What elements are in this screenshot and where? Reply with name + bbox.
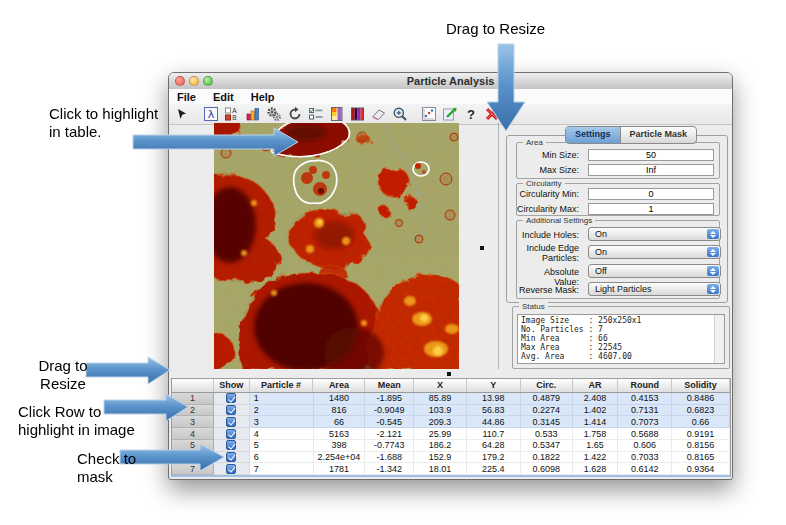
dropdown-include-holes[interactable]: On (588, 227, 721, 241)
cell-particle-#: 5 (250, 440, 314, 452)
menu-file[interactable]: File (177, 91, 196, 103)
export-icon[interactable] (441, 105, 459, 123)
column-header-mean[interactable]: Mean (365, 379, 414, 392)
status-group: Status Image Size : 250x250x1 No. Partic… (512, 306, 730, 369)
circularity-group-label: Circularity (523, 179, 565, 188)
cell-particle-#: 4 (250, 428, 314, 440)
colormap-icon[interactable] (349, 105, 367, 123)
table-row-7[interactable]: 771781-1.34218.01225.40.60981.6280.61420… (172, 463, 730, 475)
cell-area: 5163 (314, 428, 366, 440)
circularity-max-input[interactable]: 1 (588, 203, 714, 215)
table-row-5[interactable]: 55398-0.7743186.264.280.53471.650.6060.8… (172, 440, 730, 452)
cell-circ-: 0.3145 (521, 416, 573, 428)
area-group-label: Area (523, 138, 546, 147)
dropdown-absolute-value[interactable]: Off (588, 264, 721, 278)
title-bar[interactable]: Particle Analysis (169, 73, 732, 90)
dropdown-stepper-icon[interactable] (707, 229, 719, 239)
colorbar-icon[interactable] (328, 105, 346, 123)
circularity-max-label: Circularity Max: (513, 204, 579, 214)
cell-circ-: 0.2274 (521, 405, 573, 417)
tab-settings[interactable]: Settings (566, 127, 620, 143)
cell-ar: 2.408 (573, 393, 619, 405)
column-header-show[interactable]: Show (214, 379, 250, 392)
column-header-round[interactable]: Round (618, 379, 672, 392)
cell-circ-: 0.6098 (521, 463, 573, 475)
show-checkbox[interactable] (226, 440, 236, 450)
dropdown-include-edge-particles[interactable]: On (588, 245, 721, 259)
min-size-input[interactable]: 50 (588, 149, 714, 161)
cell-round: 0.6142 (618, 463, 672, 475)
table-row-6[interactable]: 662.254e+04-1.688152.9179.20.18221.4220.… (172, 452, 730, 464)
dropdown-stepper-icon[interactable] (707, 247, 719, 257)
cursor-arrow-icon[interactable] (173, 105, 191, 123)
refresh-icon[interactable] (286, 105, 304, 123)
cell-y: 110.7 (467, 428, 521, 440)
delete-icon[interactable] (483, 105, 501, 123)
cell-ar: 1.758 (573, 428, 619, 440)
status-scrollbar[interactable] (714, 315, 724, 363)
cell-x: 209.3 (414, 416, 467, 428)
table-row-2[interactable]: 22816-0.9049103.956.830.22741.4020.71310… (172, 405, 730, 417)
row-number: 4 (172, 428, 214, 440)
cell-ar: 1.65 (573, 440, 619, 452)
histogram-icon[interactable] (244, 105, 262, 123)
cell-solidity: 0.6823 (672, 405, 730, 417)
checklist-icon[interactable] (307, 105, 325, 123)
show-checkbox[interactable] (226, 393, 236, 403)
max-size-input[interactable]: Inf (588, 164, 714, 176)
dropdown-reverse-mask[interactable]: Light Particles (588, 282, 721, 296)
circularity-min-input[interactable]: 0 (588, 188, 714, 200)
cell-round: 0.7131 (618, 405, 672, 417)
lambda-icon[interactable]: λ (202, 105, 220, 123)
table-row-1[interactable]: 111480-1.89585.8913.980.48792.4080.41530… (172, 393, 730, 405)
plot-icon[interactable] (420, 105, 438, 123)
splitter-handle-dot[interactable] (480, 246, 484, 250)
column-header-x[interactable]: X (414, 379, 467, 392)
menu-help[interactable]: Help (251, 91, 275, 103)
additional-settings-label: Additional Settings (523, 216, 595, 225)
table-row-3[interactable]: 3366-0.545209.344.860.31451.4140.70730.6… (172, 416, 730, 428)
zoom-icon[interactable] (391, 105, 409, 123)
column-header-ar[interactable]: AR (573, 379, 619, 392)
heatmap-image (214, 123, 459, 369)
show-checkbox[interactable] (226, 464, 236, 474)
cell-y: 13.98 (467, 393, 521, 405)
cell-y: 179.2 (467, 452, 521, 464)
show-checkbox[interactable] (226, 417, 236, 427)
eraser-icon[interactable] (370, 105, 388, 123)
cell-ar: 1.628 (573, 463, 619, 475)
vertical-splitter[interactable] (498, 123, 499, 369)
image-resize-handle-dot[interactable] (447, 372, 451, 376)
cell-particle-#: 7 (250, 463, 314, 475)
help-icon[interactable]: ? (462, 105, 480, 123)
column-header-particle-#[interactable]: Particle # (250, 379, 314, 392)
cell-area: 66 (314, 416, 366, 428)
gears-icon[interactable] (265, 105, 283, 123)
cell-x: 18.01 (414, 463, 467, 475)
cell-particle-#: 3 (250, 416, 314, 428)
cell-mean: -0.9049 (365, 405, 414, 417)
svg-text:?: ? (467, 107, 475, 122)
cell-particle-#: 2 (250, 405, 314, 417)
column-header-y[interactable]: Y (467, 379, 521, 392)
row-number: 2 (172, 405, 214, 417)
compare-ab-icon[interactable]: AB (223, 105, 241, 123)
cell-solidity: 0.9191 (672, 428, 730, 440)
cell-y: 56.83 (467, 405, 521, 417)
menu-edit[interactable]: Edit (213, 91, 234, 103)
show-checkbox[interactable] (226, 405, 236, 415)
circularity-group: Circularity Circularity Min: 0 Circulari… (516, 183, 720, 216)
column-header-circ-[interactable]: Circ. (521, 379, 573, 392)
dropdown-stepper-icon[interactable] (707, 284, 719, 294)
particle-image-canvas[interactable] (214, 123, 459, 369)
column-header-rownum[interactable] (172, 379, 214, 392)
show-checkbox[interactable] (226, 452, 236, 462)
tab-particle-mask[interactable]: Particle Mask (620, 127, 697, 143)
show-cell (214, 428, 250, 440)
table-row-4[interactable]: 445163-2.12125.99110.70.5331.7580.56880.… (172, 428, 730, 440)
dropdown-stepper-icon[interactable] (707, 266, 719, 276)
column-header-area[interactable]: Area (313, 379, 365, 392)
show-checkbox[interactable] (226, 429, 236, 439)
column-header-solidity[interactable]: Solidity (672, 379, 730, 392)
dropdown-label-2: Absolute Value: (517, 267, 579, 287)
